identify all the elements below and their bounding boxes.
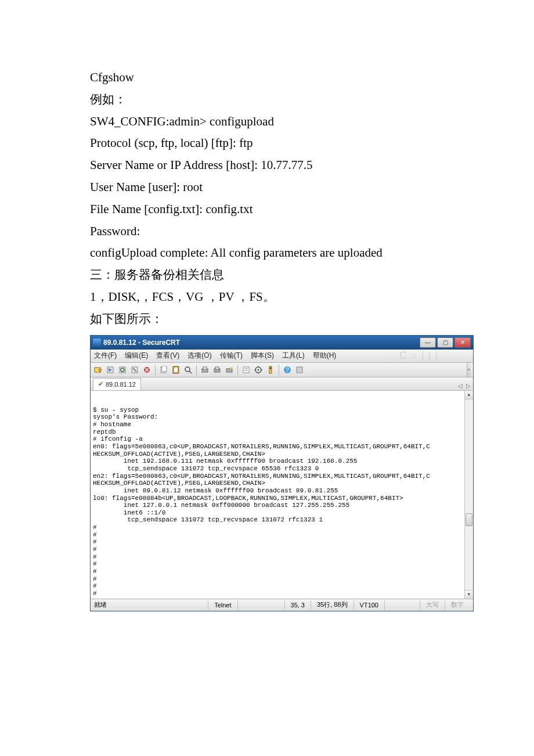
statusbar: 就绪 Telnet 35, 3 35行, 88列 VT100 大写 数字 xyxy=(91,599,473,611)
print-setup-icon[interactable] xyxy=(224,365,234,375)
connect-icon[interactable] xyxy=(105,365,116,375)
svg-rect-20 xyxy=(215,367,219,369)
doc-line-1: Cfgshow xyxy=(90,67,444,89)
terminal-output: $ su - sysop sysop's Password: # hostnam… xyxy=(93,406,471,599)
tab-scroll-right-icon[interactable]: ▷ xyxy=(466,383,471,389)
menu-options[interactable]: 选项(O) xyxy=(187,351,211,361)
menu-help[interactable]: 帮助(H) xyxy=(313,351,337,361)
status-termtype: VT100 xyxy=(353,600,384,610)
menu-view[interactable]: 查看(V) xyxy=(156,351,179,361)
toolbar-separator xyxy=(196,365,197,375)
toolbar: ? ≡ xyxy=(91,363,473,377)
reconnect-icon[interactable] xyxy=(117,365,128,375)
doc-line-9: configUpload complete: All config parame… xyxy=(90,242,444,264)
session-tab[interactable]: ✔ 89.0.81.12 xyxy=(93,378,141,390)
menu-script[interactable]: 脚本(S) xyxy=(251,351,274,361)
doc-heading-section3: 三：服务器备份相关信息 xyxy=(90,264,444,286)
find-icon[interactable] xyxy=(183,365,193,375)
toolbar-separator xyxy=(237,365,238,375)
svg-rect-36 xyxy=(297,367,302,373)
app-icon xyxy=(93,339,101,347)
toolbar-separator xyxy=(279,365,279,375)
menubar: 文件(F) 编辑(E) 查看(V) 选项(O) 传输(T) 脚本(S) 工具(L… xyxy=(91,350,473,363)
svg-point-15 xyxy=(185,367,190,372)
svg-rect-12 xyxy=(162,366,167,372)
doc-line-12: 如下图所示： xyxy=(90,308,444,330)
cancel-icon[interactable] xyxy=(142,365,152,375)
svg-rect-18 xyxy=(203,367,207,369)
session-options-icon[interactable] xyxy=(241,365,251,375)
svg-point-22 xyxy=(230,367,233,369)
svg-rect-14 xyxy=(174,368,178,372)
toolbar-overflow-icon[interactable]: ≡ xyxy=(467,363,471,377)
disconnect-icon[interactable] xyxy=(129,365,140,375)
close-button[interactable]: ✕ xyxy=(454,337,471,348)
doc-line-8: Password: xyxy=(90,221,444,243)
menu-tools[interactable]: 工具(L) xyxy=(282,351,305,361)
vertical-scrollbar[interactable]: ▲ ▼ xyxy=(464,391,473,599)
print-selection-icon[interactable] xyxy=(212,365,222,375)
copy-icon[interactable] xyxy=(158,365,169,375)
doc-line-6: User Name [user]: root xyxy=(90,177,444,199)
svg-point-33 xyxy=(270,367,272,369)
doc-line-5: Server Name or IP Address [host]: 10.77.… xyxy=(90,154,444,177)
titlebar[interactable]: 89.0.81.12 - SecureCRT — ▢ ✕ xyxy=(91,336,473,350)
toolbar-separator xyxy=(155,365,156,375)
svg-text:?: ? xyxy=(286,367,289,373)
toggle-icon[interactable] xyxy=(265,365,276,375)
scroll-track[interactable] xyxy=(465,399,473,590)
scroll-down-icon[interactable]: ▼ xyxy=(465,590,473,599)
svg-point-27 xyxy=(258,369,259,370)
doc-line-4: Protocol (scp, ftp, local) [ftp]: ftp xyxy=(90,132,444,154)
status-cursor-pos: 35, 3 xyxy=(284,600,311,610)
status-ready: 就绪 xyxy=(94,600,187,610)
tab-scroll-left-icon[interactable]: ◁ xyxy=(458,383,463,389)
window-title: 89.0.81.12 - SecureCRT xyxy=(103,339,180,347)
paste-icon[interactable] xyxy=(171,365,181,375)
terminal-view[interactable]: $ su - sysop sysop's Password: # hostnam… xyxy=(91,391,473,599)
connected-indicator-icon: ✔ xyxy=(98,380,103,388)
svg-rect-23 xyxy=(243,367,249,373)
quick-connect-icon[interactable] xyxy=(93,365,103,375)
tabbar: ✔ 89.0.81.12 ◁ ▷ xyxy=(91,377,473,391)
status-protocol: Telnet xyxy=(208,600,237,610)
status-capslock: 大写 xyxy=(420,600,445,610)
svg-line-16 xyxy=(189,371,192,373)
menu-transfer[interactable]: 传输(T) xyxy=(220,351,243,361)
print-icon[interactable] xyxy=(200,365,210,375)
tab-label: 89.0.81.12 xyxy=(106,381,136,388)
watermark: . C ○ | | | xyxy=(392,350,438,362)
minimize-button[interactable]: — xyxy=(420,337,436,348)
status-numlock: 数字 xyxy=(445,600,470,610)
about-icon[interactable] xyxy=(294,365,305,375)
doc-line-11: 1，DISK,，FCS，VG ，PV ，FS。 xyxy=(90,286,444,308)
menu-edit[interactable]: 编辑(E) xyxy=(125,351,148,361)
doc-line-3: SW4_CONFIG:admin> configupload xyxy=(90,111,444,133)
scroll-thumb[interactable] xyxy=(466,513,472,526)
doc-line-7: File Name [config.txt]: config.txt xyxy=(90,199,444,221)
status-dimensions: 35行, 88列 xyxy=(311,600,353,610)
global-options-icon[interactable] xyxy=(253,365,264,375)
scroll-up-icon[interactable]: ▲ xyxy=(465,391,473,399)
help-icon[interactable]: ? xyxy=(282,365,293,375)
securecrt-window: 89.0.81.12 - SecureCRT — ▢ ✕ 文件(F) 编辑(E)… xyxy=(90,335,474,611)
maximize-button[interactable]: ▢ xyxy=(437,337,453,348)
doc-line-2: 例如： xyxy=(90,89,444,111)
menu-file[interactable]: 文件(F) xyxy=(94,351,117,361)
